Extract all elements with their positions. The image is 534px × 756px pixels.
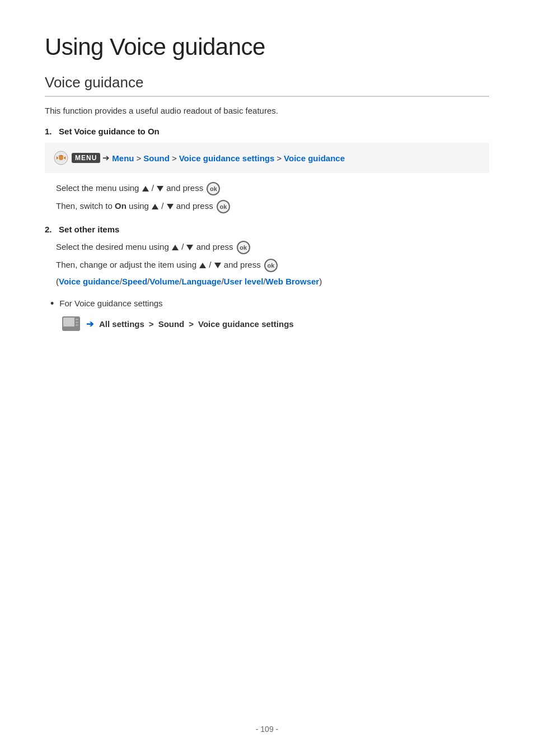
sep-2: > <box>172 153 177 163</box>
step-2-title: Set other items <box>59 225 119 234</box>
menu-path-voice-guidance[interactable]: Voice guidance <box>284 153 345 163</box>
sep-1: > <box>137 153 142 163</box>
link-volume[interactable]: Volume <box>149 277 179 286</box>
ok-button-4: ok <box>264 259 278 272</box>
menu-path-menu[interactable]: Menu <box>112 153 134 163</box>
ok-button-3: ok <box>237 241 250 254</box>
step-2-detail-2: Then, change or adjust the item using / … <box>45 259 489 272</box>
svg-rect-6 <box>76 324 78 326</box>
slash-2: / <box>161 201 166 211</box>
step-2-number: 2. <box>45 225 52 234</box>
menu-badge: MENU <box>72 153 100 163</box>
triangle-up-icon-3 <box>172 245 179 250</box>
ok-button-1: ok <box>207 182 220 195</box>
step-1-title: Set Voice guidance to On <box>59 127 160 136</box>
menu-arrow-1: ➔ <box>102 153 110 163</box>
settings-arrow-icon: ➔ <box>86 319 93 329</box>
step-1-detail-2: Then, switch to On using / and press ok <box>45 200 489 213</box>
svg-rect-4 <box>76 319 78 320</box>
link-language[interactable]: Language <box>182 277 222 286</box>
triangle-down-icon-1 <box>157 186 163 192</box>
page-title: Using Voice guidance <box>45 34 489 60</box>
settings-all-settings-label: All settings <box>99 319 144 329</box>
remote-menu-icon <box>54 151 68 165</box>
slash-1: / <box>152 183 156 193</box>
settings-path: ➔ All settings > Sound > Voice guidance … <box>45 316 489 332</box>
bullet-text: For Voice guidance settings <box>59 297 162 310</box>
section-heading: Voice guidance <box>45 74 489 97</box>
sep-3: > <box>277 153 282 163</box>
settings-sep-1: > <box>149 319 154 329</box>
triangle-down-icon-3 <box>186 245 193 250</box>
menu-path-box: MENU ➔ Menu > Sound > Voice guidance set… <box>45 143 489 173</box>
menu-path-sound[interactable]: Sound <box>143 153 170 163</box>
slash-3: / <box>181 242 186 251</box>
step-1-label: 1. Set Voice guidance to On <box>45 127 489 136</box>
link-speed[interactable]: Speed <box>122 277 147 286</box>
settings-sep-2: > <box>189 319 194 329</box>
step-1-number: 1. <box>45 127 52 136</box>
link-voice-guidance[interactable]: Voice guidance <box>59 277 120 286</box>
on-text: On <box>115 201 127 211</box>
step-2-label: 2. Set other items <box>45 225 489 234</box>
menu-path-voice-guidance-settings[interactable]: Voice guidance settings <box>179 153 275 163</box>
step-2-links-line: (Voice guidance/Speed/Volume/Language/Us… <box>45 277 489 286</box>
settings-sound-label: Sound <box>158 319 185 329</box>
link-user-level[interactable]: User level <box>224 277 264 286</box>
intro-text: This function provides a useful audio re… <box>45 106 489 115</box>
bullet-item: • For Voice guidance settings <box>50 297 489 310</box>
svg-point-1 <box>59 156 63 160</box>
step-1-detail-1: Select the menu using / and press ok <box>45 182 489 195</box>
bullet-dot: • <box>50 297 54 310</box>
slash-4: / <box>209 260 213 269</box>
settings-voice-guidance-label: Voice guidance settings <box>198 319 294 329</box>
triangle-up-icon-1 <box>142 186 149 192</box>
triangle-down-icon-2 <box>167 204 174 209</box>
step-2: 2. Set other items Select the desired me… <box>45 225 489 286</box>
triangle-up-icon-4 <box>199 263 206 268</box>
ok-button-2: ok <box>217 200 230 213</box>
svg-rect-5 <box>76 321 78 323</box>
link-web-browser[interactable]: Web Browser <box>266 277 320 286</box>
page-footer: - 109 - <box>0 725 534 734</box>
settings-icon <box>62 316 81 332</box>
step-1: 1. Set Voice guidance to On MENU ➔ Menu … <box>45 127 489 213</box>
triangle-up-icon-2 <box>152 204 158 209</box>
triangle-down-icon-4 <box>214 263 221 268</box>
page-number: - 109 - <box>256 725 278 734</box>
step-2-detail-1: Select the desired menu using / and pres… <box>45 241 489 254</box>
svg-rect-3 <box>63 318 74 326</box>
